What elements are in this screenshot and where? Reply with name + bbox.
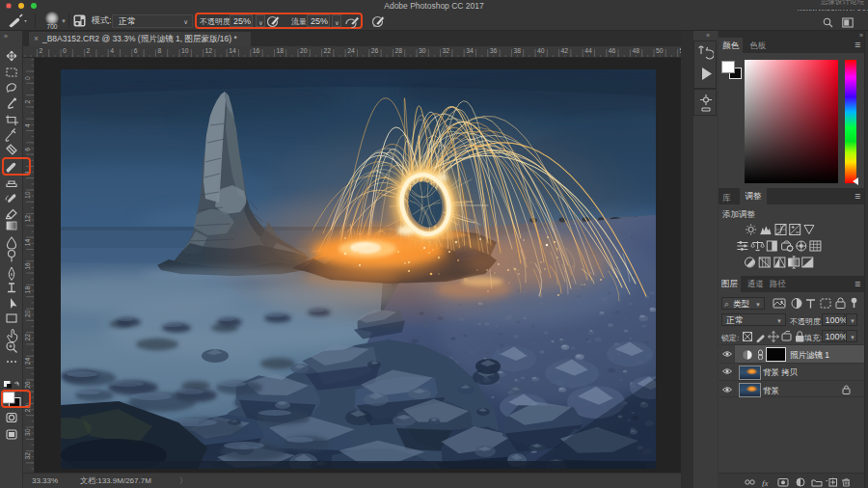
svg-text:12: 12 [205, 47, 213, 54]
svg-text:4: 4 [110, 47, 114, 54]
svg-text:44: 44 [584, 47, 592, 54]
svg-text:40: 40 [537, 47, 545, 54]
svg-text:6: 6 [24, 148, 31, 151]
svg-text:»: » [4, 33, 8, 40]
svg-text:12: 12 [24, 215, 31, 223]
svg-text:10: 10 [181, 47, 189, 54]
svg-text:50: 50 [656, 47, 664, 54]
svg-text:2: 2 [24, 100, 31, 104]
svg-text:38: 38 [513, 47, 521, 54]
svg-text:fx: fx [762, 478, 769, 488]
svg-text:20: 20 [24, 310, 31, 317]
svg-text:26: 26 [371, 47, 379, 54]
svg-text:26: 26 [24, 381, 31, 389]
svg-text:6: 6 [134, 47, 138, 54]
svg-text:14: 14 [24, 238, 31, 246]
svg-text:8: 8 [157, 47, 161, 54]
svg-text:22: 22 [24, 334, 31, 341]
svg-text:16: 16 [24, 262, 31, 270]
svg-text:42: 42 [561, 47, 569, 54]
svg-text:36: 36 [490, 47, 498, 54]
svg-text:46: 46 [609, 47, 616, 54]
svg-text:24: 24 [24, 357, 31, 365]
svg-text:4: 4 [24, 123, 31, 127]
svg-text:0: 0 [24, 76, 31, 80]
svg-text:34: 34 [466, 47, 474, 54]
svg-text:24: 24 [347, 47, 355, 54]
svg-text:32: 32 [24, 452, 31, 460]
svg-text:20: 20 [300, 47, 308, 54]
svg-text:22: 22 [324, 47, 332, 54]
svg-text:32: 32 [443, 47, 450, 54]
svg-text:18: 18 [24, 286, 31, 294]
svg-text:18: 18 [276, 47, 284, 54]
svg-text:14: 14 [229, 47, 236, 54]
svg-text:2: 2 [39, 47, 42, 54]
svg-text:16: 16 [253, 47, 260, 54]
svg-text:30: 30 [24, 428, 31, 436]
svg-text:2: 2 [87, 47, 91, 54]
svg-text:30: 30 [419, 47, 426, 54]
svg-text:10: 10 [24, 191, 31, 199]
svg-text:28: 28 [394, 47, 402, 54]
svg-text:0: 0 [63, 47, 67, 54]
svg-text:48: 48 [632, 47, 639, 54]
